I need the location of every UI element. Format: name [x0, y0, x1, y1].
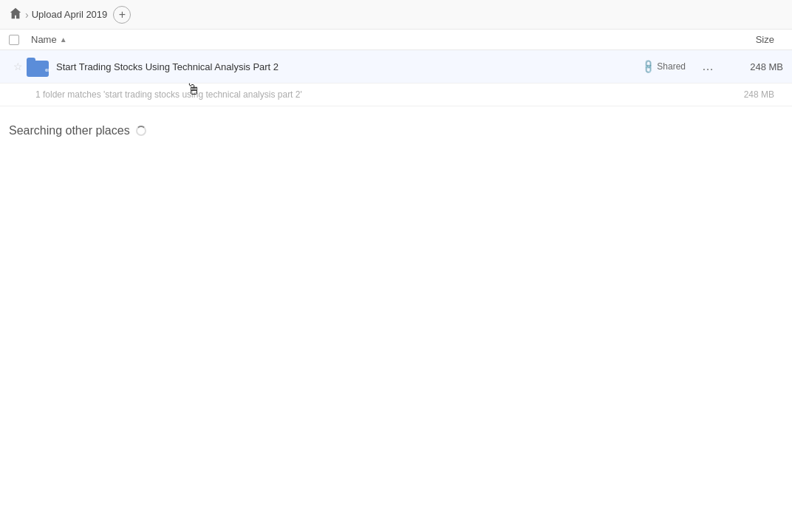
matches-size: 248 MB	[715, 89, 774, 100]
searching-label: Searching other places	[9, 124, 783, 137]
star-col: ☆	[9, 61, 27, 72]
breadcrumb-separator: ›	[25, 9, 29, 21]
add-button[interactable]: +	[113, 6, 131, 24]
file-icon: ✏	[27, 55, 50, 78]
size-column-header: Size	[715, 34, 774, 45]
home-icon	[9, 7, 22, 23]
loading-spinner	[136, 126, 146, 136]
select-all-col[interactable]	[9, 35, 31, 45]
breadcrumb-bar: › Upload April 2019 +	[0, 0, 792, 30]
searching-section: Searching other places	[0, 106, 792, 146]
matches-text: 1 folder matches 'start trading stocks u…	[35, 89, 715, 100]
breadcrumb-label[interactable]: Upload April 2019	[32, 9, 108, 20]
shared-badge[interactable]: 🔗 Shared	[642, 61, 686, 72]
select-all-checkbox[interactable]	[9, 35, 19, 45]
shared-label: Shared	[657, 61, 686, 72]
sort-arrow-icon: ▲	[60, 35, 67, 44]
link-icon: 🔗	[640, 58, 656, 75]
file-row[interactable]: ☆ ✏ Start Trading Stocks Using Technical…	[0, 50, 792, 83]
file-name: Start Trading Stocks Using Technical Ana…	[56, 61, 642, 72]
file-size: 248 MB	[724, 61, 783, 72]
matches-row: 1 folder matches 'start trading stocks u…	[0, 83, 792, 106]
home-breadcrumb[interactable]	[9, 7, 22, 23]
folder-pencil-icon: ✏	[45, 66, 52, 75]
searching-text: Searching other places	[9, 124, 130, 137]
star-icon[interactable]: ☆	[13, 61, 23, 72]
name-column-label: Name	[31, 34, 57, 45]
table-header: Name ▲ Size	[0, 30, 792, 50]
folder-icon-wrapper: ✏	[27, 55, 50, 78]
name-column-header[interactable]: Name ▲	[31, 34, 715, 45]
more-button[interactable]: …	[697, 56, 718, 77]
